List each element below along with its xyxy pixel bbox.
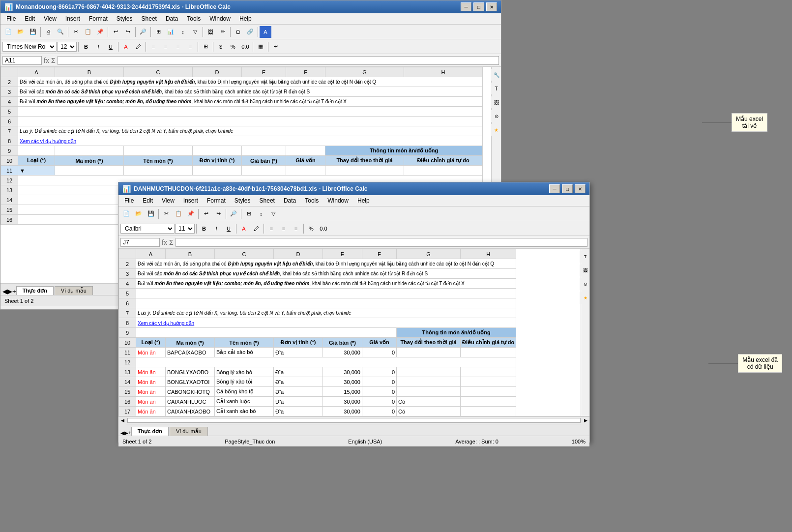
inner-row-14[interactable]: 14 bbox=[119, 377, 136, 387]
inner-17c[interactable]: Cải xanh xào bò bbox=[215, 407, 274, 416]
row-num-5[interactable]: 5 bbox=[1, 107, 18, 117]
inner-17f[interactable]: 0 bbox=[362, 407, 397, 416]
inner-row-11[interactable]: 11 bbox=[119, 348, 136, 357]
menu-data[interactable]: Data bbox=[162, 14, 182, 23]
inner-menu-view[interactable]: View bbox=[158, 196, 178, 205]
inner-menu-format[interactable]: Format bbox=[203, 196, 230, 205]
menu-file[interactable]: File bbox=[2, 14, 20, 23]
tab-thuc-don[interactable]: Thực đơn bbox=[16, 286, 54, 295]
inner-13g[interactable] bbox=[397, 367, 461, 377]
cell-reference[interactable] bbox=[2, 56, 42, 65]
inner-bold-button[interactable]: B bbox=[198, 223, 210, 235]
inner-16a[interactable]: Món ăn bbox=[136, 397, 166, 407]
inner-menu-edit[interactable]: Edit bbox=[139, 196, 157, 205]
hyperlink-button[interactable]: 🔗 bbox=[244, 26, 256, 38]
row-num-10[interactable]: 10 bbox=[1, 156, 18, 166]
inner-highlight-button[interactable]: 🖊 bbox=[250, 223, 262, 235]
inner-copy-button[interactable]: 📋 bbox=[173, 208, 184, 220]
align-justify-button[interactable]: ≡ bbox=[184, 41, 196, 53]
inner-menu-styles[interactable]: Styles bbox=[231, 196, 255, 205]
inner-maximize-button[interactable]: □ bbox=[562, 184, 573, 193]
inner-14d[interactable]: Đĩa bbox=[274, 377, 323, 387]
inner-13c[interactable]: Bông lý xào bò bbox=[215, 367, 274, 377]
row-num-9[interactable]: 9 bbox=[1, 146, 18, 156]
copy-button[interactable]: 📋 bbox=[82, 26, 94, 38]
text-wrap-button[interactable]: ↵ bbox=[270, 41, 282, 53]
undo-button[interactable]: ↩ bbox=[110, 26, 121, 38]
inner-15h[interactable] bbox=[461, 387, 516, 397]
sort-button[interactable]: ↕ bbox=[177, 26, 189, 38]
menu-styles[interactable]: Styles bbox=[113, 14, 137, 23]
row-num-7[interactable]: 7 bbox=[1, 126, 18, 136]
align-center-button[interactable]: ≡ bbox=[160, 41, 172, 53]
inner-17b[interactable]: CAIXANHXAOBO bbox=[166, 407, 215, 416]
inner-row-2[interactable]: 2 bbox=[119, 259, 136, 269]
find-button[interactable]: 🔎 bbox=[137, 26, 149, 38]
menu-view[interactable]: View bbox=[40, 14, 60, 23]
inner-16b[interactable]: CAIXANHLUOC bbox=[166, 397, 215, 407]
inner-16h[interactable] bbox=[461, 397, 516, 407]
inner-row-15[interactable]: 15 bbox=[119, 387, 136, 397]
inner-tab-nav-left[interactable]: ◀ bbox=[120, 430, 124, 436]
currency-button[interactable]: $ bbox=[215, 41, 227, 53]
inner-11g[interactable] bbox=[397, 348, 461, 357]
italic-button[interactable]: I bbox=[92, 41, 104, 53]
inner-cell-12[interactable] bbox=[136, 357, 516, 367]
inner-cell-6[interactable] bbox=[136, 298, 516, 308]
print-preview-button[interactable]: 🔍 bbox=[55, 26, 66, 38]
row-num-3[interactable]: 3 bbox=[1, 87, 18, 97]
inner-row-10[interactable]: 10 bbox=[119, 338, 136, 348]
inner-16c[interactable]: Cải xanh luộc bbox=[215, 397, 274, 407]
tab-nav-left[interactable]: ◀ bbox=[2, 288, 7, 295]
decimal-button[interactable]: 0.0 bbox=[239, 41, 251, 53]
inner-15f[interactable]: 0 bbox=[362, 387, 397, 397]
cell-9b[interactable] bbox=[55, 146, 124, 156]
inner-17h[interactable] bbox=[461, 407, 516, 416]
inner-15d[interactable]: Đĩa bbox=[274, 387, 323, 397]
inner-13b[interactable]: BONGLYXAOBO bbox=[166, 367, 215, 377]
inner-16f[interactable]: 0 bbox=[362, 397, 397, 407]
inner-menu-file[interactable]: File bbox=[120, 196, 138, 205]
inner-font-selector[interactable]: Calibri bbox=[120, 224, 175, 234]
insert-chart-button[interactable]: 📊 bbox=[165, 26, 176, 38]
menu-window[interactable]: Window bbox=[205, 14, 235, 23]
sidebar-btn-2[interactable]: T bbox=[491, 83, 501, 94]
cell-11g[interactable] bbox=[325, 166, 404, 176]
inner-col-c[interactable]: C bbox=[215, 249, 274, 259]
inner-align-center[interactable]: ≡ bbox=[278, 223, 290, 235]
inner-row-6[interactable]: 6 bbox=[119, 298, 136, 308]
cell-11c[interactable] bbox=[124, 166, 193, 176]
inner-font-color-button[interactable]: A bbox=[238, 223, 250, 235]
inner-16d[interactable]: Đĩa bbox=[274, 397, 323, 407]
inner-row-12[interactable]: 12 bbox=[119, 357, 136, 367]
inner-row-3[interactable]: 3 bbox=[119, 269, 136, 279]
add-sheet-button[interactable]: + bbox=[12, 288, 16, 295]
inner-11d[interactable]: Đĩa bbox=[274, 348, 323, 357]
inner-new-button[interactable]: 📄 bbox=[120, 208, 132, 220]
cell-r5[interactable] bbox=[18, 107, 483, 117]
inner-row-4[interactable]: 4 bbox=[119, 279, 136, 289]
inner-hscrollbar[interactable]: ◀ ▶ bbox=[118, 416, 589, 424]
inner-menu-window[interactable]: Window bbox=[323, 196, 352, 205]
inner-col-h[interactable]: H bbox=[461, 249, 516, 259]
inner-open-button[interactable]: 📂 bbox=[133, 208, 145, 220]
inner-row-9[interactable]: 9 bbox=[119, 328, 136, 338]
special-char-button[interactable]: Ω bbox=[232, 26, 244, 38]
inner-table-button[interactable]: ⊞ bbox=[243, 208, 255, 220]
sidebar-btn-3[interactable]: 🖼 bbox=[491, 96, 501, 108]
row-num-8[interactable]: 8 bbox=[1, 136, 18, 146]
close-button[interactable]: ✕ bbox=[486, 2, 497, 11]
save-button[interactable]: 💾 bbox=[27, 26, 39, 38]
cell-r3[interactable]: Đối với các món ăn có các Sở thích phục … bbox=[18, 87, 483, 97]
inner-cell-5[interactable] bbox=[136, 289, 516, 298]
tab-vi-du-mau[interactable]: Ví dụ mẫu bbox=[55, 286, 93, 295]
inner-align-left[interactable]: ≡ bbox=[265, 223, 277, 235]
inner-11b[interactable]: BAPCAIXAOBO bbox=[166, 348, 215, 357]
inner-sidebar-btn-3[interactable]: ⊙ bbox=[580, 278, 590, 290]
new-button[interactable]: 📄 bbox=[2, 26, 14, 38]
col-header-d[interactable]: D bbox=[193, 67, 242, 77]
inner-filter-button[interactable]: ▽ bbox=[267, 208, 279, 220]
inner-14h[interactable] bbox=[461, 377, 516, 387]
tab-nav-right[interactable]: ▶ bbox=[7, 288, 12, 295]
inner-row-17[interactable]: 17 bbox=[119, 407, 136, 416]
